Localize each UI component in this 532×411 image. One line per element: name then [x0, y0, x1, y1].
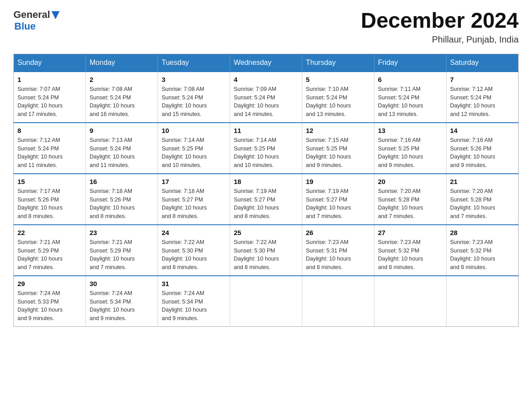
calendar-cell: 23Sunrise: 7:21 AMSunset: 5:29 PMDayligh…	[86, 225, 158, 276]
calendar-cell: 26Sunrise: 7:23 AMSunset: 5:31 PMDayligh…	[302, 225, 374, 276]
calendar-week-row: 1Sunrise: 7:07 AMSunset: 5:24 PMDaylight…	[14, 72, 519, 123]
day-info: Sunrise: 7:14 AMSunset: 5:25 PMDaylight:…	[162, 136, 226, 170]
calendar-cell: 8Sunrise: 7:12 AMSunset: 5:24 PMDaylight…	[14, 123, 86, 174]
day-info: Sunrise: 7:16 AMSunset: 5:26 PMDaylight:…	[450, 136, 515, 170]
calendar-cell: 19Sunrise: 7:19 AMSunset: 5:27 PMDayligh…	[302, 174, 374, 225]
calendar-cell	[374, 276, 446, 327]
day-number: 29	[17, 280, 82, 287]
logo-blue-text: Blue	[14, 21, 36, 32]
calendar-cell: 22Sunrise: 7:21 AMSunset: 5:29 PMDayligh…	[14, 225, 86, 276]
calendar-header-row: SundayMondayTuesdayWednesdayThursdayFrid…	[14, 54, 519, 72]
calendar-cell: 7Sunrise: 7:12 AMSunset: 5:24 PMDaylight…	[446, 72, 519, 123]
day-number: 18	[234, 178, 298, 185]
calendar-cell	[302, 276, 374, 327]
calendar-cell: 20Sunrise: 7:20 AMSunset: 5:28 PMDayligh…	[374, 174, 446, 225]
column-header-friday: Friday	[374, 54, 446, 72]
calendar-cell: 24Sunrise: 7:22 AMSunset: 5:30 PMDayligh…	[158, 225, 230, 276]
svg-marker-0	[51, 11, 60, 19]
calendar-cell: 2Sunrise: 7:08 AMSunset: 5:24 PMDaylight…	[86, 72, 158, 123]
day-number: 20	[378, 178, 442, 185]
day-info: Sunrise: 7:18 AMSunset: 5:27 PMDaylight:…	[162, 187, 226, 221]
day-info: Sunrise: 7:21 AMSunset: 5:29 PMDaylight:…	[17, 238, 82, 272]
day-info: Sunrise: 7:19 AMSunset: 5:27 PMDaylight:…	[306, 187, 370, 221]
day-number: 22	[17, 229, 82, 236]
day-number: 17	[162, 178, 226, 185]
day-info: Sunrise: 7:13 AMSunset: 5:24 PMDaylight:…	[90, 136, 154, 170]
day-number: 25	[234, 229, 298, 236]
day-info: Sunrise: 7:22 AMSunset: 5:30 PMDaylight:…	[162, 238, 226, 272]
day-number: 24	[162, 229, 226, 236]
day-number: 14	[450, 127, 515, 134]
calendar-cell: 14Sunrise: 7:16 AMSunset: 5:26 PMDayligh…	[446, 123, 519, 174]
logo-triangle-icon	[51, 11, 60, 19]
day-info: Sunrise: 7:23 AMSunset: 5:31 PMDaylight:…	[306, 238, 370, 272]
column-header-thursday: Thursday	[302, 54, 374, 72]
day-info: Sunrise: 7:08 AMSunset: 5:24 PMDaylight:…	[162, 85, 226, 119]
day-number: 28	[450, 229, 515, 236]
day-info: Sunrise: 7:10 AMSunset: 5:24 PMDaylight:…	[306, 85, 370, 119]
calendar-cell: 16Sunrise: 7:18 AMSunset: 5:26 PMDayligh…	[86, 174, 158, 225]
day-number: 12	[306, 127, 370, 134]
calendar-cell: 21Sunrise: 7:20 AMSunset: 5:28 PMDayligh…	[446, 174, 519, 225]
logo: General Blue	[13, 9, 60, 32]
day-info: Sunrise: 7:12 AMSunset: 5:24 PMDaylight:…	[17, 136, 82, 170]
calendar-cell: 25Sunrise: 7:22 AMSunset: 5:30 PMDayligh…	[230, 225, 302, 276]
day-info: Sunrise: 7:14 AMSunset: 5:25 PMDaylight:…	[234, 136, 298, 170]
day-info: Sunrise: 7:15 AMSunset: 5:25 PMDaylight:…	[306, 136, 370, 170]
day-number: 3	[162, 76, 226, 83]
calendar-cell: 1Sunrise: 7:07 AMSunset: 5:24 PMDaylight…	[14, 72, 86, 123]
calendar-subtitle: Phillaur, Punjab, India	[361, 34, 519, 45]
day-number: 16	[90, 178, 154, 185]
day-info: Sunrise: 7:23 AMSunset: 5:32 PMDaylight:…	[450, 238, 515, 272]
day-number: 10	[162, 127, 226, 134]
day-number: 2	[90, 76, 154, 83]
calendar-cell: 18Sunrise: 7:19 AMSunset: 5:27 PMDayligh…	[230, 174, 302, 225]
day-info: Sunrise: 7:20 AMSunset: 5:28 PMDaylight:…	[378, 187, 442, 221]
day-number: 19	[306, 178, 370, 185]
day-info: Sunrise: 7:21 AMSunset: 5:29 PMDaylight:…	[90, 238, 154, 272]
day-info: Sunrise: 7:22 AMSunset: 5:30 PMDaylight:…	[234, 238, 298, 272]
column-header-saturday: Saturday	[446, 54, 519, 72]
calendar-week-row: 8Sunrise: 7:12 AMSunset: 5:24 PMDaylight…	[14, 123, 519, 174]
calendar-cell: 29Sunrise: 7:24 AMSunset: 5:33 PMDayligh…	[14, 276, 86, 327]
day-info: Sunrise: 7:24 AMSunset: 5:34 PMDaylight:…	[90, 289, 154, 323]
calendar-week-row: 29Sunrise: 7:24 AMSunset: 5:33 PMDayligh…	[14, 276, 519, 327]
day-info: Sunrise: 7:24 AMSunset: 5:33 PMDaylight:…	[17, 289, 82, 323]
logo-general-text: General	[13, 9, 50, 21]
day-number: 1	[17, 76, 82, 83]
calendar-cell: 6Sunrise: 7:11 AMSunset: 5:24 PMDaylight…	[374, 72, 446, 123]
day-number: 11	[234, 127, 298, 134]
calendar-cell: 15Sunrise: 7:17 AMSunset: 5:26 PMDayligh…	[14, 174, 86, 225]
calendar-cell: 12Sunrise: 7:15 AMSunset: 5:25 PMDayligh…	[302, 123, 374, 174]
title-area: December 2024 Phillaur, Punjab, India	[361, 9, 519, 45]
day-info: Sunrise: 7:17 AMSunset: 5:26 PMDaylight:…	[17, 187, 82, 221]
day-number: 21	[450, 178, 515, 185]
calendar-cell: 28Sunrise: 7:23 AMSunset: 5:32 PMDayligh…	[446, 225, 519, 276]
calendar-cell: 10Sunrise: 7:14 AMSunset: 5:25 PMDayligh…	[158, 123, 230, 174]
day-number: 27	[378, 229, 442, 236]
day-info: Sunrise: 7:24 AMSunset: 5:34 PMDaylight:…	[162, 289, 226, 323]
day-number: 8	[17, 127, 82, 134]
calendar-table: SundayMondayTuesdayWednesdayThursdayFrid…	[13, 54, 519, 327]
column-header-monday: Monday	[86, 54, 158, 72]
column-header-wednesday: Wednesday	[230, 54, 302, 72]
calendar-cell	[230, 276, 302, 327]
day-number: 23	[90, 229, 154, 236]
calendar-cell: 31Sunrise: 7:24 AMSunset: 5:34 PMDayligh…	[158, 276, 230, 327]
day-info: Sunrise: 7:11 AMSunset: 5:24 PMDaylight:…	[378, 85, 442, 119]
calendar-cell: 30Sunrise: 7:24 AMSunset: 5:34 PMDayligh…	[86, 276, 158, 327]
day-info: Sunrise: 7:12 AMSunset: 5:24 PMDaylight:…	[450, 85, 515, 119]
calendar-title: December 2024	[361, 9, 519, 33]
day-info: Sunrise: 7:07 AMSunset: 5:24 PMDaylight:…	[17, 85, 82, 119]
day-number: 26	[306, 229, 370, 236]
day-info: Sunrise: 7:09 AMSunset: 5:24 PMDaylight:…	[234, 85, 298, 119]
day-info: Sunrise: 7:16 AMSunset: 5:25 PMDaylight:…	[378, 136, 442, 170]
day-info: Sunrise: 7:20 AMSunset: 5:28 PMDaylight:…	[450, 187, 515, 221]
calendar-cell: 17Sunrise: 7:18 AMSunset: 5:27 PMDayligh…	[158, 174, 230, 225]
calendar-cell: 5Sunrise: 7:10 AMSunset: 5:24 PMDaylight…	[302, 72, 374, 123]
day-info: Sunrise: 7:08 AMSunset: 5:24 PMDaylight:…	[90, 85, 154, 119]
day-number: 7	[450, 76, 515, 83]
day-info: Sunrise: 7:19 AMSunset: 5:27 PMDaylight:…	[234, 187, 298, 221]
day-number: 4	[234, 76, 298, 83]
day-number: 6	[378, 76, 442, 83]
